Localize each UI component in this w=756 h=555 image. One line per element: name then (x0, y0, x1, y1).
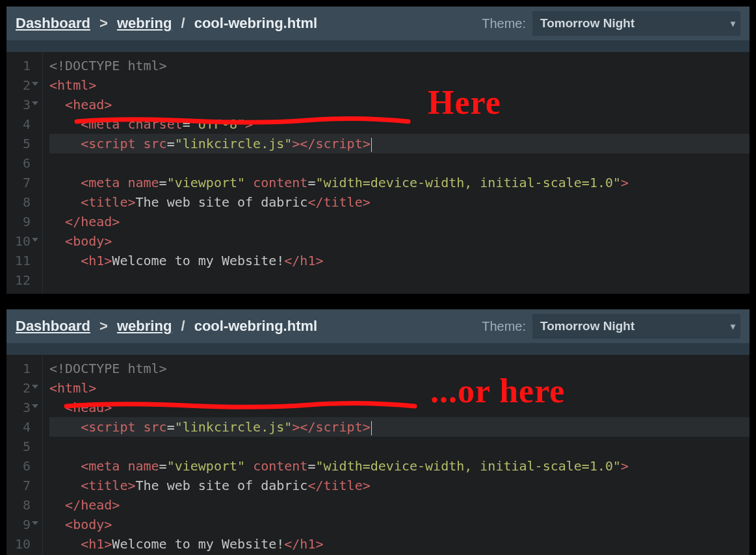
breadcrumb-toolbar: Dashboard > webring / cool-webring.htmlT… (7, 6, 749, 40)
breadcrumb-separator: > (96, 15, 112, 32)
text-cursor (371, 138, 372, 152)
editor-panel: Dashboard > webring / cool-webring.htmlT… (5, 5, 751, 295)
file-name: cool-webring.html (194, 318, 317, 335)
code-line[interactable]: <html> (49, 75, 749, 95)
theme-label: Theme: (482, 319, 526, 334)
code-line[interactable]: <title>The web site of dabric</title> (49, 476, 749, 495)
chevron-down-icon: ▾ (731, 18, 735, 29)
line-number: 9 (7, 212, 37, 231)
theme-value: Tomorrow Night (540, 16, 634, 31)
line-number: 7 (7, 173, 37, 192)
line-number: 5 (7, 437, 37, 456)
fold-icon[interactable] (32, 521, 38, 525)
code-line[interactable]: <script src="linkcircle.js"></script> (49, 417, 749, 437)
code-area[interactable]: <!DOCTYPE html><html> <head> <meta chars… (43, 52, 749, 294)
breadcrumb-toolbar: Dashboard > webring / cool-webring.htmlT… (7, 309, 749, 343)
folder-link[interactable]: webring (117, 15, 172, 32)
line-number: 4 (7, 417, 37, 437)
line-number: 6 (7, 153, 37, 173)
fold-icon[interactable] (32, 404, 38, 408)
theme-label: Theme: (482, 16, 526, 31)
dashboard-link[interactable]: Dashboard (16, 15, 90, 32)
code-editor[interactable]: 123456789101112<!DOCTYPE html><html> <he… (7, 52, 749, 294)
code-line[interactable]: <meta name="viewport" content="width=dev… (49, 456, 749, 476)
line-number: 8 (7, 192, 37, 212)
code-line[interactable]: </head> (49, 212, 749, 231)
line-number: 10 (7, 231, 37, 251)
fold-icon[interactable] (32, 238, 38, 242)
line-gutter: 123456789101112 (7, 52, 43, 294)
line-number: 1 (7, 56, 37, 75)
code-line[interactable]: <!DOCTYPE html> (49, 56, 749, 75)
line-number: 11 (7, 251, 37, 270)
line-number: 7 (7, 476, 37, 495)
fold-icon[interactable] (32, 82, 38, 86)
line-number: 5 (7, 134, 37, 153)
line-number: 10 (7, 534, 37, 554)
code-line[interactable]: <h1>Welcome to my Website!</h1> (49, 251, 749, 270)
line-number: 3 (7, 95, 37, 114)
code-line[interactable] (49, 270, 749, 290)
dashboard-link[interactable]: Dashboard (16, 318, 90, 335)
code-line[interactable]: <body> (49, 515, 749, 534)
line-number: 4 (7, 114, 37, 134)
line-number: 6 (7, 456, 37, 476)
line-number: 1 (7, 359, 37, 378)
code-line[interactable]: <title>The web site of dabric</title> (49, 192, 749, 212)
line-gutter: 1234567891011 (7, 355, 43, 555)
fold-icon[interactable] (32, 385, 38, 389)
text-cursor (371, 421, 372, 435)
code-line[interactable]: <script src="linkcircle.js"></script> (49, 134, 749, 153)
code-line[interactable]: <!DOCTYPE html> (49, 359, 749, 378)
sub-toolbar (7, 40, 749, 52)
breadcrumb-slash: / (177, 318, 189, 335)
theme-value: Tomorrow Night (540, 319, 634, 333)
line-number: 2 (7, 75, 37, 95)
line-number: 3 (7, 398, 37, 417)
folder-link[interactable]: webring (117, 318, 172, 335)
breadcrumb-separator: > (96, 318, 112, 335)
line-number: 12 (7, 270, 37, 290)
breadcrumb-slash: / (177, 15, 189, 32)
code-line[interactable]: <meta name="viewport" content="width=dev… (49, 173, 749, 192)
chevron-down-icon: ▾ (731, 321, 735, 331)
code-line[interactable] (49, 153, 749, 173)
code-line[interactable]: </head> (49, 495, 749, 515)
code-line[interactable]: <head> (49, 398, 749, 417)
sub-toolbar (7, 343, 749, 355)
code-area[interactable]: <!DOCTYPE html><html> <head> <script src… (43, 355, 749, 555)
code-line[interactable] (49, 437, 749, 456)
code-line[interactable]: <h1>Welcome to my Website!</h1> (49, 534, 749, 554)
line-number: 2 (7, 378, 37, 398)
code-line[interactable]: <meta charset="UTF-8"> (49, 114, 749, 134)
code-editor[interactable]: 1234567891011<!DOCTYPE html><html> <head… (7, 355, 749, 555)
code-line[interactable]: <html> (49, 378, 749, 398)
code-line[interactable]: <head> (49, 95, 749, 114)
code-line[interactable]: <body> (49, 231, 749, 251)
editor-panel: Dashboard > webring / cool-webring.htmlT… (5, 308, 751, 555)
theme-select[interactable]: Tomorrow Night▾ (532, 11, 740, 36)
line-number: 8 (7, 495, 37, 515)
line-number: 9 (7, 515, 37, 534)
theme-select[interactable]: Tomorrow Night▾ (532, 314, 740, 339)
fold-icon[interactable] (32, 101, 38, 105)
file-name: cool-webring.html (194, 15, 317, 32)
